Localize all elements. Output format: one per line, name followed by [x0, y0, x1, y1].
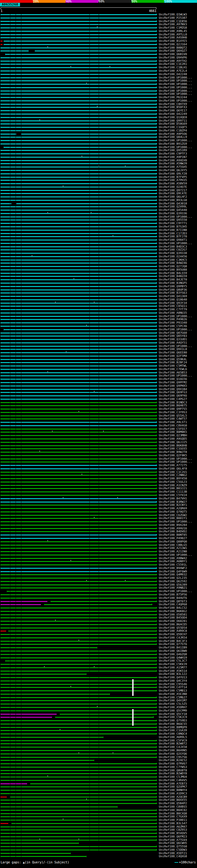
subject-id-label[interactable]: UniRef100_UP1000...: [159, 242, 192, 245]
subject-id-label[interactable]: UniRef100_A4QY51: [159, 341, 187, 345]
subject-id-label[interactable]: UniRef100_Q70QT5: [159, 510, 187, 514]
alignment-row[interactable]: UniRef100_UP1000...: [0, 242, 197, 245]
alignment-row[interactable]: UniRef100_C1BZP4: [0, 129, 197, 132]
alignment-row[interactable]: UniRef100_A9RL45: [0, 30, 197, 33]
subject-id-label[interactable]: UniRef100_B6K0G2: [159, 610, 187, 613]
alignment-row[interactable]: UniRef100_C4PG27: [0, 398, 197, 401]
subject-id-label[interactable]: UniRef100_O42248: [159, 73, 187, 76]
alignment-row[interactable]: UniRef100_C4QXG8: [0, 855, 197, 858]
alignment-row[interactable]: UniRef100_B6HC02: [0, 809, 197, 812]
subject-id-label[interactable]: UniRef100_Q1XQE0: [159, 116, 187, 119]
alignment-row[interactable]: UniRef100_A4QY51: [0, 341, 197, 345]
alignment-bar-start-cap: [1, 30, 1, 32]
alignment-row[interactable]: UniRef100_UP1000...: [0, 328, 197, 331]
alignment-bar-arrowhead: [156, 348, 157, 350]
subject-id-label[interactable]: UniRef100_A15M77: [159, 666, 187, 670]
alignment-row[interactable]: UniRef100_UP1000...: [0, 86, 197, 89]
alignment-bar-arrowhead: [156, 458, 157, 460]
alignment-bar-segment: [1, 727, 156, 728]
alignment-row[interactable]: UniRef100_Q9PKK5: [0, 384, 197, 388]
alignment-row[interactable]: UniRef100_Q2F5M4: [0, 354, 197, 358]
subject-id-label[interactable]: UniRef100_C7YWS3: [159, 766, 187, 769]
gap-marker: [73, 278, 74, 279]
subject-id-label[interactable]: UniRef100_Q9PKK5: [159, 384, 187, 388]
subject-id-label[interactable]: UniRef100_A9RL45: [159, 30, 187, 33]
alignment-row[interactable]: UniRef100_Q9LY28: [0, 172, 197, 176]
subject-id-label[interactable]: UniRef100_UP1000...: [159, 86, 192, 89]
alignment-bar-start-cap: [1, 136, 1, 138]
subject-id-label[interactable]: UniRef100_P25387: [159, 16, 187, 20]
subject-id-label[interactable]: UniRef100_Q5CPM9: [159, 709, 187, 713]
alignment-row[interactable]: UniRef100_Q46ZQ8: [0, 653, 197, 656]
alignment-bar-arrowhead: [156, 554, 157, 556]
alignment-row[interactable]: UniRef100_B9AWF2: [0, 566, 197, 570]
alignment-row[interactable]: UniRef100_B91ZG9: [0, 142, 197, 146]
subject-id-label[interactable]: UniRef100_B47VH1: [159, 497, 187, 500]
alignment-bar-segment: [1, 303, 156, 304]
alignment-row[interactable]: UniRef100_Q5CPM9: [0, 709, 197, 713]
subject-id-label[interactable]: UniRef100_B6QCS5: [159, 722, 187, 726]
subject-id-label[interactable]: UniRef100_C4QXG8: [159, 855, 187, 858]
alignment-bar-start-cap: [1, 77, 1, 79]
alignment-bar-start-cap: [1, 27, 1, 29]
alignment-row[interactable]: UniRef100_Q18640: [0, 298, 197, 302]
alignment-bar-segment: [1, 697, 156, 698]
subject-id-label[interactable]: UniRef100_B3LS47: [159, 822, 187, 825]
subject-id-label[interactable]: UniRef100_Q9PBY5: [159, 285, 187, 288]
alignment-row[interactable]: UniRef100_P25387: [0, 16, 197, 20]
alignment-row[interactable]: UniRef100_B6K0G2: [0, 610, 197, 613]
alignment-row[interactable]: UniRef100_Q70QT5: [0, 510, 197, 514]
subject-id-label[interactable]: UniRef100_C1BZP4: [159, 129, 187, 132]
subject-id-label[interactable]: UniRef100_B6HC02: [159, 809, 187, 812]
alignment-bar-arrowhead: [156, 398, 157, 400]
alignment-row[interactable]: UniRef100_C4R4V5: [0, 779, 197, 782]
alignment-row[interactable]: UniRef100_C7YWS3: [0, 766, 197, 769]
alignment-row[interactable]: UniRef100_UP1000...: [0, 553, 197, 557]
alignment-bar-segment: [1, 97, 156, 98]
subject-id-label[interactable]: UniRef100_UP1000...: [159, 328, 192, 331]
subject-id-label[interactable]: UniRef100_Q2GYQ6: [159, 752, 187, 755]
subject-id-label[interactable]: UniRef100_C4R4V5: [159, 779, 187, 782]
subject-id-label[interactable]: UniRef100_B9AWF2: [159, 566, 187, 570]
alignment-row[interactable]: UniRef100_A15M77: [0, 666, 197, 670]
alignment-row[interactable]: UniRef100_B47VH1: [0, 497, 197, 500]
gap-marker: [39, 839, 40, 839]
alignment-row[interactable]: UniRef100_B7I1N8: [0, 228, 197, 232]
alignment-row[interactable]: UniRef100_Q2F8K5: [0, 454, 197, 457]
alignment-bar-segment: [1, 107, 156, 108]
alignment-row[interactable]: UniRef100_B3LS47: [0, 822, 197, 825]
alignment-row[interactable]: UniRef100_O42248: [0, 73, 197, 76]
alignment-row[interactable]: UniRef100_B4AUT6: [0, 596, 197, 600]
alignment-bar-start-cap: [1, 418, 1, 420]
subject-id-label[interactable]: UniRef100_B91ZG9: [159, 142, 187, 146]
subject-id-label[interactable]: UniRef100_Q46ZQ8: [159, 653, 187, 656]
alignment-bar-segment: [1, 498, 156, 499]
subject-id-label[interactable]: UniRef100_Q2F8K5: [159, 454, 187, 457]
gap-marker: [78, 752, 79, 753]
subject-id-label[interactable]: UniRef100_B4AUT6: [159, 596, 187, 600]
gap-marker: [63, 497, 63, 498]
subject-id-label[interactable]: UniRef100_B7I1N8: [159, 228, 187, 232]
alignment-row[interactable]: UniRef100_O24O7E: [0, 185, 197, 189]
subject-id-label[interactable]: UniRef100_Q88PQ0: [159, 540, 187, 544]
alignment-row[interactable]: UniRef100_Q9PBY5: [0, 285, 197, 288]
subject-id-label[interactable]: UniRef100_Q6JJ25: [159, 441, 187, 444]
subject-id-label[interactable]: UniRef100_UP1000...: [159, 553, 192, 557]
alignment-row[interactable]: UniRef100_Q6JJ25: [0, 441, 197, 444]
alignment-bar-start-cap: [1, 650, 1, 652]
alignment-row[interactable]: UniRef100_Q2GYQ6: [0, 752, 197, 755]
alignment-bar-segment: [1, 485, 156, 486]
alignment-bar-start-cap: [1, 577, 1, 579]
alignment-row[interactable]: UniRef100_Q88PQ0: [0, 540, 197, 544]
query-scale: 1 4661: [0, 6, 197, 13]
subject-id-label[interactable]: UniRef100_O24O7E: [159, 185, 187, 189]
subject-id-label[interactable]: UniRef100_C4PG27: [159, 398, 187, 401]
alignment-row[interactable]: UniRef100_B6QCS5: [0, 722, 197, 726]
alignment-bar-segment: [1, 568, 156, 569]
alignment-bar-arrowhead: [156, 213, 157, 214]
subject-id-label[interactable]: UniRef100_Q9LY28: [159, 172, 187, 176]
subject-id-label[interactable]: UniRef100_Q18640: [159, 298, 187, 302]
alignment-row[interactable]: UniRef100_Q1XQE0: [0, 116, 197, 119]
alignment-bar-segment: [1, 707, 156, 708]
subject-id-label[interactable]: UniRef100_Q2F5M4: [159, 354, 187, 358]
